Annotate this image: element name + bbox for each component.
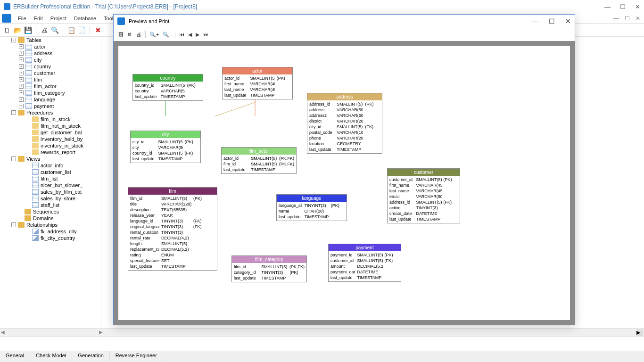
tree-rel-fk_address_city[interactable]: fk_address_city xyxy=(0,228,101,235)
mdi-close-button[interactable]: ✕ xyxy=(636,15,640,22)
save-icon[interactable]: 💾 xyxy=(24,26,32,34)
tree-table-address[interactable]: +address xyxy=(0,50,101,57)
preview-close-button[interactable]: ✕ xyxy=(565,17,571,25)
tree-expand-icon[interactable]: + xyxy=(19,104,24,108)
tree-proc-inventory_held_by[interactable]: inventory_held_by xyxy=(0,136,101,142)
entity-film_actor[interactable]: film_actoractor_idSMALLINT(5)(PK,FK)film… xyxy=(221,147,297,174)
rel-icon xyxy=(32,235,39,241)
tree-view-film_list[interactable]: film_list xyxy=(0,175,101,182)
tree-expand-icon[interactable]: - xyxy=(11,110,16,115)
preview-minimize-button[interactable]: — xyxy=(532,17,538,25)
tree-table-customer[interactable]: +customer xyxy=(0,70,101,76)
entity-film[interactable]: filmfilm_idSMALLINT(5)(PK)titleVARCHAR(1… xyxy=(128,187,217,271)
tree-expand-icon[interactable]: + xyxy=(19,58,24,62)
tree-expand-icon[interactable]: + xyxy=(19,51,24,56)
tree-domains[interactable]: Domains xyxy=(0,215,101,222)
table-icon xyxy=(25,50,32,56)
tree-proc-film_not_in_stock[interactable]: film_not_in_stock xyxy=(0,123,101,129)
entity-country[interactable]: countrycountry_idSMALLINT(5)(PK)countryV… xyxy=(132,74,203,101)
first-page-icon[interactable]: ⏮ xyxy=(179,32,184,37)
tree-expand-icon[interactable]: + xyxy=(19,90,24,95)
menu-project[interactable]: Project xyxy=(47,16,70,21)
mdi-minimize-button[interactable]: — xyxy=(613,15,619,22)
entity-address[interactable]: addressaddress_idSMALLINT(5)(PK)addressV… xyxy=(307,93,382,154)
tree-label: Sequences xyxy=(33,209,59,214)
tree-sequences[interactable]: Sequences xyxy=(0,208,101,215)
tree-table-payment[interactable]: +payment xyxy=(0,103,101,109)
app-menu-icon[interactable] xyxy=(2,14,11,23)
tree-view-sales_by_store[interactable]: sales_by_store xyxy=(0,195,101,202)
tab-generation[interactable]: Generation xyxy=(72,351,109,361)
preview-maximize-button[interactable]: ☐ xyxy=(549,17,555,25)
tree-table-language[interactable]: +language xyxy=(0,96,101,103)
tree-table-film_category[interactable]: +film_category xyxy=(0,90,101,96)
tree-expand-icon[interactable]: + xyxy=(19,97,24,102)
tree-views[interactable]: -Views xyxy=(0,156,101,162)
delete-icon[interactable]: ✖ xyxy=(94,26,102,34)
tree-proc-film_in_stock[interactable]: film_in_stock xyxy=(0,116,101,123)
prev-page-icon[interactable]: ◀ xyxy=(188,32,192,38)
tab-reverse-engineer[interactable]: Reverse Engineer xyxy=(110,351,163,361)
mdi-maximize-button[interactable]: ☐ xyxy=(625,15,630,22)
tree-proc-inventory_in_stock[interactable]: inventory_in_stock xyxy=(0,142,101,149)
horizontal-scrollbar[interactable]: ◀▶▶ xyxy=(0,328,644,337)
tree-expand-icon[interactable]: + xyxy=(19,64,24,69)
menu-edit[interactable]: Edit xyxy=(30,16,47,21)
tree-view-actor_info[interactable]: actor_info xyxy=(0,162,101,169)
zoom-out-icon[interactable]: 🔍- xyxy=(163,32,171,38)
next-page-icon[interactable]: ▶ xyxy=(196,32,199,38)
tree-procedures[interactable]: -Procedures xyxy=(0,109,101,116)
tree-table-country[interactable]: +country xyxy=(0,63,101,70)
tree-expand-icon[interactable]: - xyxy=(11,222,16,227)
tree-relationships[interactable]: -Relationships xyxy=(0,222,101,228)
tree-view-customer_list[interactable]: customer_list xyxy=(0,169,101,175)
tree-view-sales_by_film_cat[interactable]: sales_by_film_cat xyxy=(0,189,101,195)
new-icon[interactable]: 🗋 xyxy=(3,26,11,34)
paste-icon[interactable]: 📄 xyxy=(77,26,86,34)
tree-table-city[interactable]: +city xyxy=(0,57,101,63)
tree-table-film[interactable]: +film xyxy=(0,76,101,83)
menu-file[interactable]: File xyxy=(14,16,30,21)
entity-header: address xyxy=(307,93,382,100)
tree-table-film_actor[interactable]: +film_actor xyxy=(0,83,101,90)
tree-view-staff_list[interactable]: staff_list xyxy=(0,202,101,208)
image-icon[interactable]: 🖼 xyxy=(118,32,124,37)
print-icon[interactable]: 🖨 xyxy=(40,26,49,34)
tree-proc-rewards_report[interactable]: rewards_report xyxy=(0,149,101,156)
entity-actor[interactable]: actoractor_idSMALLINT(5)(PK)first_nameVA… xyxy=(222,67,293,99)
last-page-icon[interactable]: ⏭ xyxy=(203,32,208,37)
tree-table-actor[interactable]: +actor xyxy=(0,43,101,50)
tree-expand-icon[interactable]: - xyxy=(11,38,16,42)
tab-general[interactable]: General xyxy=(0,351,30,361)
preview-dialog[interactable]: Preview and Print — ☐ ✕ 🖼 🗎 🖨 🔍+ 🔍- ⏮ ◀ … xyxy=(113,14,575,325)
entity-payment[interactable]: paymentpayment_idSMALLINT(5)(PK)customer… xyxy=(328,244,401,282)
tree-view-nicer_but_slower_[interactable]: nicer_but_slower_ xyxy=(0,182,101,189)
export-icon[interactable]: 🗎 xyxy=(127,32,132,37)
tree-expand-icon[interactable]: + xyxy=(19,84,24,89)
minimize-button[interactable]: — xyxy=(604,3,611,10)
window-title: ERBuilder Professional Edition - Trial [… xyxy=(13,3,197,10)
open-icon[interactable]: 📂 xyxy=(13,26,22,34)
tree-label: film_list xyxy=(41,176,58,181)
entity-city[interactable]: citycity_idSMALLINT(5)(PK)cityVARCHAR(50… xyxy=(130,131,201,163)
tree-rel-fk_city_country[interactable]: fk_city_country xyxy=(0,235,101,241)
print-icon[interactable]: 🖨 xyxy=(136,32,141,37)
entity-customer[interactable]: customercustomer_idSMALLINT(5)(PK)first_… xyxy=(387,168,460,223)
maximize-button[interactable]: ☐ xyxy=(620,3,626,10)
entity-film_category[interactable]: film_categoryfilm_idSMALLINT(5)(PK,FK)ca… xyxy=(231,255,307,282)
close-button[interactable]: ✕ xyxy=(635,3,640,10)
tab-check-model[interactable]: Check Model xyxy=(30,351,72,361)
entity-column: last_updateTIMESTAMP xyxy=(223,92,291,98)
tree-expand-icon[interactable]: + xyxy=(19,77,24,82)
tree-expand-icon[interactable]: - xyxy=(11,156,16,161)
tree-expand-icon[interactable]: + xyxy=(19,44,24,49)
copy-icon[interactable]: 📋 xyxy=(67,26,75,34)
zoom-in-icon[interactable]: 🔍+ xyxy=(149,32,159,38)
menu-database[interactable]: Database xyxy=(70,16,100,21)
tree-tables[interactable]: -Tables xyxy=(0,37,101,43)
tree-proc-get_customer_bal[interactable]: get_customer_bal xyxy=(0,129,101,136)
tree-expand-icon[interactable]: + xyxy=(19,71,24,75)
sidebar[interactable]: -Tables+actor+address+city+country+custo… xyxy=(0,37,101,328)
entity-language[interactable]: languagelanguage_idTINYINT(3)(PK)nameCHA… xyxy=(276,194,347,221)
preview-icon[interactable]: 🔍 xyxy=(50,26,59,34)
